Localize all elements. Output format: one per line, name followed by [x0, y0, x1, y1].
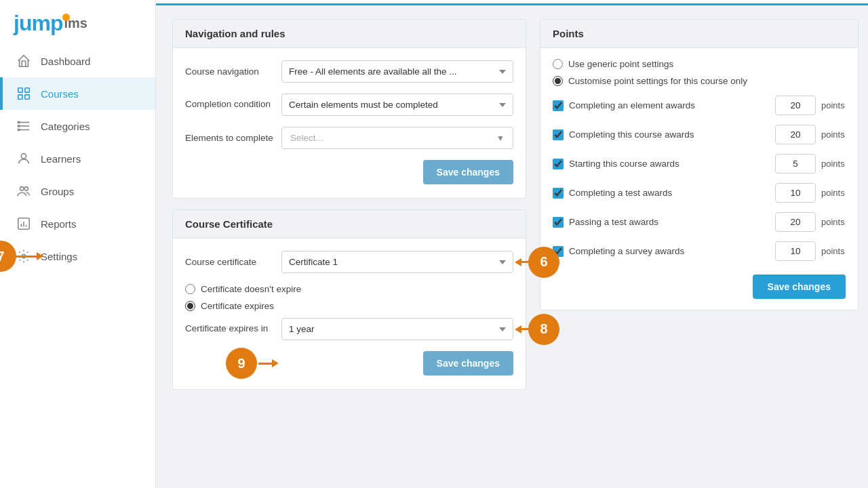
sidebar-label-dashboard: Dashboard — [41, 56, 90, 67]
cert-expires-row: Certificate expires — [185, 301, 513, 311]
left-column: Navigation and rules Course navigation F… — [172, 19, 526, 474]
sidebar-nav: Dashboard Courses — [0, 45, 155, 272]
sidebar-label-courses: Courses — [41, 88, 79, 100]
elements-placeholder: Select... — [290, 133, 323, 143]
nav-save-row: Save changes — [185, 160, 513, 184]
svg-rect-9 — [18, 129, 20, 131]
certificate-label: Course certificate — [185, 257, 273, 267]
cert-expires-radio[interactable] — [185, 301, 195, 311]
points-panel: Points Use generic point settings Custom… — [540, 19, 859, 310]
annotation-7: 7 — [0, 241, 16, 272]
nav-rules-body: Course navigation Free - All elements ar… — [173, 48, 526, 198]
points-check-4[interactable] — [553, 217, 564, 228]
points-row-3: Completing a test awards points — [553, 183, 846, 203]
points-input-2[interactable] — [775, 154, 816, 174]
points-label-0: Completing an element awards — [569, 100, 770, 110]
points-label-2: Starting this course awards — [569, 159, 770, 169]
points-label-3: Completing a test awards — [569, 188, 770, 198]
points-radio-section: Use generic point settings Customise poi… — [553, 59, 846, 86]
svg-point-17 — [22, 254, 26, 258]
nav-rules-panel: Navigation and rules Course navigation F… — [172, 19, 526, 199]
elements-dropdown[interactable]: Select... ▼ — [281, 127, 513, 149]
svg-rect-8 — [18, 125, 20, 127]
points-save-button[interactable]: Save changes — [753, 274, 846, 299]
courses-icon — [16, 86, 31, 101]
course-navigation-row: Course navigation Free - All elements ar… — [185, 60, 513, 83]
checkbox-wrap-3 — [553, 188, 564, 199]
annotation-6: 6 — [528, 247, 559, 278]
certificate-header: Course Certificate — [173, 210, 526, 239]
points-row-0: Completing an element awards points — [553, 96, 846, 115]
settings-icon — [16, 249, 31, 264]
logo: jump lms — [0, 0, 155, 45]
svg-rect-1 — [25, 88, 29, 92]
points-check-0[interactable] — [553, 100, 564, 111]
points-row-5: Completing a survey awards points — [553, 241, 846, 261]
categories-icon — [16, 119, 31, 134]
checkbox-wrap-4 — [553, 217, 564, 228]
sidebar-item-categories[interactable]: Categories — [0, 110, 155, 142]
completion-condition-select[interactable]: All elements must be completed Certain e… — [281, 94, 513, 116]
home-icon — [16, 54, 31, 68]
cert-expires-in-label: Certificate expires in — [185, 323, 273, 336]
certificate-select-row: Course certificate Certificate 1 Certifi… — [185, 251, 513, 273]
cert-save-button[interactable]: Save changes — [423, 351, 513, 375]
annotation-9: 9 — [226, 348, 257, 379]
course-navigation-select[interactable]: Free - All elements are available all th… — [281, 60, 513, 83]
nav-save-button[interactable]: Save changes — [423, 160, 513, 184]
checkbox-wrap-0 — [553, 100, 564, 111]
groups-icon — [16, 184, 31, 199]
points-input-5[interactable] — [775, 241, 816, 261]
sidebar-item-dashboard[interactable]: Dashboard — [0, 45, 155, 77]
cert-no-expiry-row: Certificate doesn't expire — [185, 284, 513, 294]
svg-rect-3 — [25, 95, 29, 99]
points-unit-2: points — [821, 159, 846, 169]
cert-no-expiry-label: Certificate doesn't expire — [201, 284, 301, 294]
main-content: Navigation and rules Course navigation F… — [156, 0, 868, 488]
points-unit-3: points — [821, 188, 846, 198]
sidebar-label-settings: Settings — [41, 251, 77, 262]
sidebar-item-courses[interactable]: Courses — [0, 77, 155, 110]
elements-complete-label: Elements to complete — [185, 133, 273, 143]
points-check-1[interactable] — [553, 129, 564, 140]
custom-points-radio[interactable] — [553, 76, 563, 86]
points-unit-5: points — [821, 246, 846, 256]
sidebar-label-groups: Groups — [41, 186, 74, 197]
cert-expires-in-select[interactable]: 1 year 2 years 3 years 6 months — [281, 318, 513, 340]
sidebar-label-reports: Reports — [41, 218, 77, 230]
sidebar: jump lms Dashboard — [0, 0, 156, 488]
points-label-4: Passing a test awards — [569, 217, 770, 227]
certificate-body: Course certificate Certificate 1 Certifi… — [173, 239, 526, 389]
points-save-row: Save changes — [553, 274, 846, 299]
content-area: Navigation and rules Course navigation F… — [156, 5, 868, 488]
checkbox-wrap-2 — [553, 159, 564, 169]
right-column: Points Use generic point settings Custom… — [540, 19, 859, 474]
generic-points-label: Use generic point settings — [568, 59, 673, 69]
points-unit-0: points — [821, 100, 846, 110]
sidebar-item-groups[interactable]: Groups — [0, 175, 155, 207]
custom-points-row: Customise point settings for this course… — [553, 76, 846, 86]
sidebar-item-learners[interactable]: Learners — [0, 142, 155, 175]
svg-point-10 — [21, 154, 26, 159]
top-bar — [156, 0, 868, 5]
annotation-9-arrow — [258, 359, 279, 367]
sidebar-label-learners: Learners — [41, 153, 81, 165]
generic-points-radio[interactable] — [553, 59, 563, 69]
points-input-3[interactable] — [775, 183, 816, 203]
points-check-rows: Completing an element awards points Comp… — [553, 96, 846, 261]
certificate-select[interactable]: Certificate 1 Certificate 2 No Certifica… — [281, 251, 513, 273]
points-check-2[interactable] — [553, 159, 564, 169]
sidebar-item-reports[interactable]: Reports — [0, 207, 155, 240]
nav-rules-header: Navigation and rules — [173, 20, 526, 48]
points-check-3[interactable] — [553, 188, 564, 199]
cert-expires-in-row: Certificate expires in 1 year 2 years 3 … — [185, 318, 513, 340]
points-label-5: Completing a survey awards — [569, 246, 770, 256]
sidebar-item-settings[interactable]: Settings 7 — [0, 240, 155, 272]
cert-save-row: 9 Save changes — [185, 351, 513, 375]
generic-points-row: Use generic point settings — [553, 59, 846, 69]
points-input-1[interactable] — [775, 125, 816, 144]
cert-no-expiry-radio[interactable] — [185, 284, 195, 294]
points-input-0[interactable] — [775, 96, 816, 115]
checkbox-wrap-1 — [553, 129, 564, 140]
points-input-4[interactable] — [775, 212, 816, 232]
